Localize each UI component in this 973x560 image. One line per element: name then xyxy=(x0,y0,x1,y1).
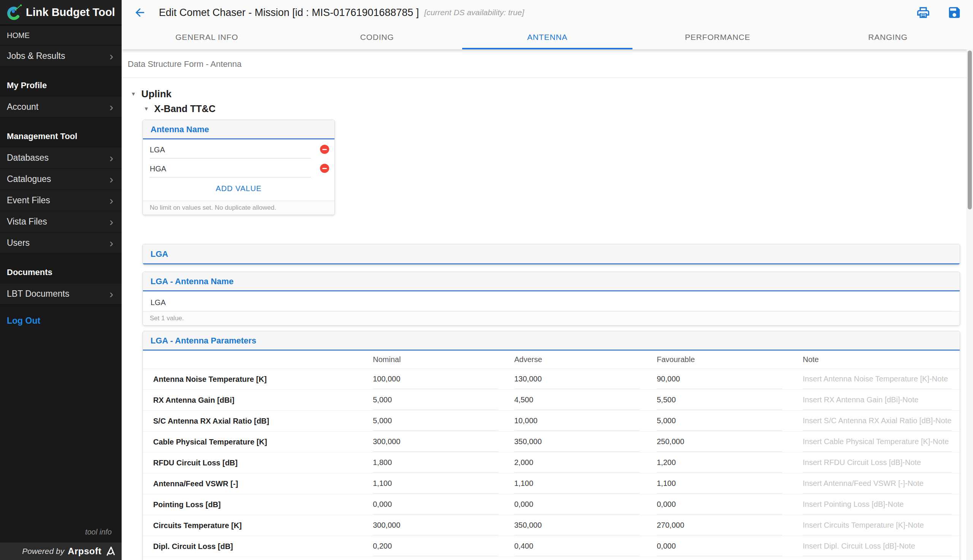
print-button[interactable] xyxy=(915,5,931,20)
parameter-row-antenna-feed-vswr: Antenna/Feed VSWR [-] xyxy=(143,473,960,494)
adverse-input[interactable] xyxy=(514,437,640,452)
sidebar-item-vista-files[interactable]: Vista Files› xyxy=(0,211,122,233)
adverse-cell xyxy=(514,515,657,536)
adverse-input[interactable] xyxy=(514,417,640,431)
arpsoft-logo-icon xyxy=(105,545,116,557)
favourable-input[interactable] xyxy=(657,417,782,431)
parameter-row-circuits-temperature-k: Circuits Temperature [K] xyxy=(143,515,960,536)
adverse-input[interactable] xyxy=(514,542,640,556)
nominal-input[interactable] xyxy=(373,479,498,493)
note-input[interactable] xyxy=(803,542,952,556)
note-input[interactable] xyxy=(803,437,952,452)
favourable-input[interactable] xyxy=(657,542,782,556)
sidebar-nav: HOMEJobs & Results›My ProfileAccount›Man… xyxy=(0,25,122,528)
favourable-input[interactable] xyxy=(657,479,782,493)
note-input[interactable] xyxy=(803,500,952,514)
lga-antenna-name-card: LGA - Antenna Name Set 1 value. xyxy=(142,272,960,326)
tree-node-label: X-Band TT&C xyxy=(154,103,215,114)
app-title: Link Budget Tool xyxy=(26,6,115,18)
note-cell xyxy=(803,369,960,389)
tool-info-link[interactable]: tool info xyxy=(0,528,122,543)
sidebar-item-catalogues[interactable]: Catalogues› xyxy=(0,169,122,190)
sidebar-item-account[interactable]: Account› xyxy=(0,97,122,118)
nominal-input[interactable] xyxy=(373,500,498,514)
column-header-favourable: Favourable xyxy=(657,355,803,364)
column-header-adverse: Adverse xyxy=(514,355,657,364)
tab-ranging[interactable]: RANGING xyxy=(803,25,973,49)
sidebar-item-databases[interactable]: Databases› xyxy=(0,147,122,169)
remove-value-button[interactable] xyxy=(320,145,329,154)
adverse-input[interactable] xyxy=(514,458,640,473)
add-value-button[interactable]: ADD VALUE xyxy=(143,177,334,201)
tab-general-info[interactable]: GENERAL INFO xyxy=(122,25,292,49)
printer-icon xyxy=(916,5,930,20)
favourable-input[interactable] xyxy=(657,395,782,410)
collapse-triangle-icon: ▼ xyxy=(144,106,149,112)
sidebar-item-event-files[interactable]: Event Files› xyxy=(0,190,122,211)
sidebar-item-label: Log Out xyxy=(7,316,40,326)
antenna-name-card-footer: No limit on values set. No duplicate all… xyxy=(143,201,334,215)
sidebar-item-label: Vista Files xyxy=(7,217,47,227)
note-input[interactable] xyxy=(803,395,952,410)
vertical-scrollbar-track[interactable] xyxy=(966,49,973,560)
tree-node-xband-ttc[interactable]: ▼ X-Band TT&C xyxy=(144,103,973,114)
nominal-input[interactable] xyxy=(373,542,498,556)
favourable-cell xyxy=(657,390,803,410)
note-cell xyxy=(803,557,960,560)
nominal-input[interactable] xyxy=(373,395,498,410)
note-input[interactable] xyxy=(803,479,952,493)
tab-coding[interactable]: CODING xyxy=(292,25,462,49)
sidebar-item-jobs-results[interactable]: Jobs & Results› xyxy=(0,46,122,67)
parameter-label: RX Antenna Gain [dBi] xyxy=(143,390,373,410)
nominal-cell xyxy=(373,494,514,515)
nominal-input[interactable] xyxy=(373,417,498,431)
adverse-input[interactable] xyxy=(514,479,640,493)
adverse-input[interactable] xyxy=(514,500,640,514)
note-input[interactable] xyxy=(803,375,952,389)
sidebar-item-log-out[interactable]: Log Out xyxy=(0,309,122,332)
remove-value-button[interactable] xyxy=(320,164,329,173)
note-input[interactable] xyxy=(803,417,952,431)
antenna-name-value-input[interactable] xyxy=(150,145,311,158)
adverse-input[interactable] xyxy=(514,375,640,389)
note-input[interactable] xyxy=(803,458,952,473)
sidebar-item-label: Event Files xyxy=(7,195,50,205)
antenna-name-value-input[interactable] xyxy=(150,164,311,177)
nominal-input[interactable] xyxy=(373,375,498,389)
favourable-input[interactable] xyxy=(657,437,782,452)
nominal-input[interactable] xyxy=(373,437,498,452)
sidebar-item-home[interactable]: HOME xyxy=(0,25,122,46)
favourable-input[interactable] xyxy=(657,375,782,389)
nominal-input[interactable] xyxy=(373,458,498,473)
sidebar-item-users[interactable]: Users› xyxy=(0,233,122,254)
adverse-input[interactable] xyxy=(514,521,640,535)
favourable-input[interactable] xyxy=(657,500,782,514)
nominal-cell xyxy=(373,452,514,473)
nominal-cell xyxy=(373,369,514,389)
lga-antenna-name-input[interactable] xyxy=(150,297,952,311)
lga-antenna-parameters-title: LGA - Antenna Parameters xyxy=(143,331,960,351)
tab-performance[interactable]: PERFORMANCE xyxy=(633,25,803,49)
antenna-name-values xyxy=(143,140,334,177)
vertical-scrollbar-thumb[interactable] xyxy=(968,50,972,209)
adverse-input[interactable] xyxy=(514,395,640,410)
lga-section-card[interactable]: LGA xyxy=(142,244,960,265)
note-input[interactable] xyxy=(803,521,952,535)
note-cell xyxy=(803,411,960,431)
tree-node-uplink[interactable]: ▼ Uplink xyxy=(131,88,973,100)
parameter-row-dipl-circuit-loss-db: Dipl. Circuit Loss [dB] xyxy=(143,536,960,557)
sidebar-item-label: LBT Documents xyxy=(7,289,69,299)
parameters-table-body: Antenna Noise Temperature [K]RX Antenna … xyxy=(143,369,960,560)
back-button[interactable] xyxy=(133,6,147,19)
nominal-cell xyxy=(373,411,514,431)
tab-antenna[interactable]: ANTENNA xyxy=(462,25,633,49)
app-logo[interactable]: Link Budget Tool xyxy=(0,0,122,25)
nominal-input[interactable] xyxy=(373,521,498,535)
sidebar-item-label: Account xyxy=(7,102,38,112)
sidebar-item-lbt-documents[interactable]: LBT Documents› xyxy=(0,283,122,305)
favourable-input[interactable] xyxy=(657,521,782,535)
save-button[interactable] xyxy=(946,5,962,20)
favourable-input[interactable] xyxy=(657,458,782,473)
top-bar: Edit Comet Chaser - Mission [id : MIS-01… xyxy=(122,0,973,25)
lga-antenna-name-footer: Set 1 value. xyxy=(143,311,960,325)
